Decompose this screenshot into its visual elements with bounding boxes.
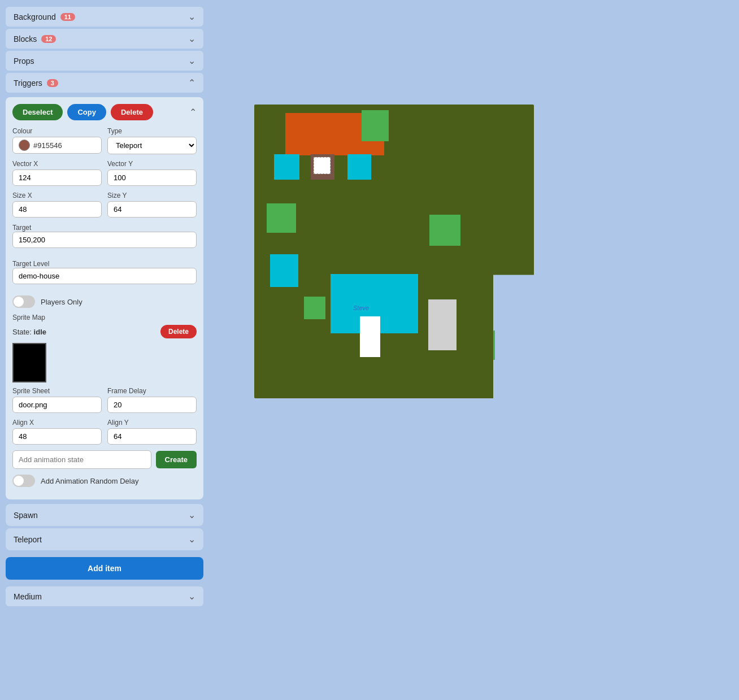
state-row: State: idle Delete	[12, 325, 197, 338]
section-blocks-left: Blocks 12	[14, 34, 56, 44]
section-blocks-badge: 12	[41, 35, 56, 43]
section-background-title: Background	[14, 12, 56, 21]
sprite-map-label: Sprite Map	[12, 314, 197, 321]
steve-label: Steve	[353, 305, 369, 311]
sprite-sheet-row: Sprite Sheet Frame Delay	[12, 387, 197, 413]
colour-field-group: Colour #915546	[12, 127, 102, 154]
section-blocks-title: Blocks	[14, 34, 37, 44]
vector-x-label: Vector X	[12, 160, 102, 168]
section-props-left: Props	[14, 56, 34, 66]
sprite-sheet-input[interactable]	[12, 397, 102, 413]
colour-type-row: Colour #915546 Type Teleport Spawn Door	[12, 127, 197, 154]
vector-x-input[interactable]	[12, 169, 102, 186]
frame-delay-input[interactable]	[107, 397, 197, 413]
colour-input[interactable]: #915546	[12, 137, 102, 154]
section-blocks[interactable]: Blocks 12 ⌄	[6, 29, 203, 49]
align-row: Align X Align Y	[12, 419, 197, 445]
size-y-input[interactable]	[107, 201, 197, 218]
map-element-gray-right	[428, 299, 457, 350]
vector-x-group: Vector X	[12, 160, 102, 186]
map-element-cyan-left	[274, 154, 299, 180]
size-x-group: Size X	[12, 192, 102, 218]
section-props-title: Props	[14, 56, 34, 66]
state-label: State: idle	[12, 328, 46, 336]
section-triggers-badge: 3	[47, 79, 58, 87]
random-delay-label: Add Animation Random Delay	[41, 477, 138, 485]
map-element-cyan-right	[347, 154, 371, 180]
chevron-up-icon: ⌃	[188, 77, 195, 88]
random-delay-row: Add Animation Random Delay	[12, 475, 197, 487]
right-panel: Steve	[209, 0, 739, 700]
align-x-input[interactable]	[12, 428, 102, 445]
vector-y-group: Vector Y	[107, 160, 197, 186]
type-label: Type	[107, 127, 197, 135]
section-triggers-left: Triggers 3	[14, 79, 58, 88]
target-level-group: Target Level	[12, 259, 197, 290]
section-teleport[interactable]: Teleport ⌄	[6, 528, 203, 550]
size-y-label: Size Y	[107, 192, 197, 199]
target-level-input[interactable]	[12, 268, 197, 284]
chevron-down-icon: ⌄	[188, 33, 195, 44]
selected-item-panel: Deselect Copy Delete ⌃ Colour #915546 Ty…	[6, 97, 203, 499]
left-panel: Background 11 ⌄ Blocks 12 ⌄ Props ⌄ Trig…	[0, 0, 209, 700]
target-input[interactable]	[12, 232, 197, 248]
color-swatch	[19, 140, 30, 151]
chevron-down-icon: ⌄	[188, 591, 195, 602]
map-element-green-small-bottom	[304, 297, 325, 319]
deselect-button[interactable]: Deselect	[12, 104, 63, 120]
section-background-badge: 11	[60, 13, 75, 21]
teleport-title: Teleport	[14, 535, 42, 544]
chevron-down-icon: ⌄	[188, 534, 195, 545]
toggle-knob	[14, 297, 24, 307]
type-select[interactable]: Teleport Spawn Door	[107, 137, 197, 154]
map-element-white-door	[314, 157, 331, 174]
align-y-input[interactable]	[107, 428, 197, 445]
sprite-map-section: Sprite Map State: idle Delete Sprite She…	[12, 314, 197, 487]
vector-y-label: Vector Y	[107, 160, 197, 168]
random-delay-toggle[interactable]	[12, 475, 35, 487]
map-right-extension	[466, 105, 534, 398]
target-level-label: Target Level	[12, 260, 49, 268]
action-buttons: Deselect Copy Delete	[12, 104, 153, 120]
align-y-label: Align Y	[107, 419, 197, 427]
add-animation-state-row: Create	[12, 450, 197, 469]
delete-button[interactable]: Delete	[111, 104, 153, 120]
state-prefix: State:	[12, 328, 34, 336]
players-only-row: Players Only	[12, 295, 197, 308]
colour-value: #915546	[33, 141, 62, 150]
state-delete-button[interactable]: Delete	[160, 325, 197, 338]
add-animation-state-input[interactable]	[12, 450, 151, 469]
type-field-group: Type Teleport Spawn Door	[107, 127, 197, 154]
size-row: Size X Size Y	[12, 192, 197, 218]
medium-title: Medium	[14, 592, 42, 601]
colour-label: Colour	[12, 127, 102, 135]
create-state-button[interactable]: Create	[156, 451, 197, 468]
random-delay-knob	[14, 476, 24, 486]
section-triggers-title: Triggers	[14, 79, 42, 88]
map-element-green-top-right	[362, 110, 389, 141]
map-container[interactable]: Steve	[254, 105, 486, 398]
frame-delay-label: Frame Delay	[107, 387, 197, 395]
size-x-input[interactable]	[12, 201, 102, 218]
sprite-preview	[12, 343, 46, 382]
sprite-sheet-group: Sprite Sheet	[12, 387, 102, 413]
vector-y-input[interactable]	[107, 169, 197, 186]
section-triggers[interactable]: Triggers 3 ⌃	[6, 73, 203, 93]
vector-row: Vector X Vector Y	[12, 160, 197, 186]
section-background[interactable]: Background 11 ⌄	[6, 7, 203, 27]
section-spawn[interactable]: Spawn ⌄	[6, 504, 203, 526]
copy-button[interactable]: Copy	[67, 104, 106, 120]
size-y-group: Size Y	[107, 192, 197, 218]
players-only-toggle[interactable]	[12, 295, 35, 308]
state-value: idle	[34, 328, 46, 336]
players-only-label: Players Only	[41, 298, 82, 306]
map-element-green-left-mid	[267, 203, 296, 233]
add-item-button[interactable]: Add item	[6, 557, 203, 580]
action-button-row: Deselect Copy Delete ⌃	[12, 104, 197, 120]
map-element-cyan-bottom-left	[270, 254, 298, 287]
section-props[interactable]: Props ⌄	[6, 51, 203, 71]
map-element-green-right-mid	[429, 215, 460, 246]
align-x-label: Align X	[12, 419, 102, 427]
medium-section[interactable]: Medium ⌄	[6, 586, 203, 606]
size-x-label: Size X	[12, 192, 102, 199]
